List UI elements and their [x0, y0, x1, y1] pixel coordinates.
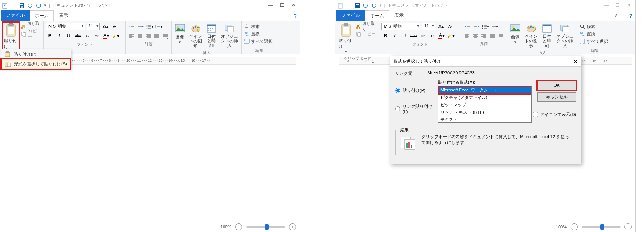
tab-view[interactable]: 表示 — [54, 10, 73, 21]
insert-paint-button[interactable]: ペイントの図形 — [188, 22, 203, 49]
insert-datetime-button[interactable]: 日付と時刻 — [206, 22, 217, 49]
zoom-out-button[interactable]: − — [571, 223, 578, 230]
italic-icon[interactable]: I — [391, 32, 399, 40]
selectall-button[interactable]: すべて選択 — [244, 38, 273, 45]
bold-icon[interactable]: B — [46, 32, 54, 40]
subscript-icon[interactable]: x2 — [419, 32, 427, 40]
find-button[interactable]: 検索 — [244, 23, 273, 30]
font-name-select[interactable]: ＭＳ 明朝 — [381, 23, 420, 30]
format-option[interactable]: テキスト — [438, 116, 531, 123]
redo-icon[interactable] — [371, 3, 377, 8]
font-name-select[interactable]: ＭＳ 明朝 — [46, 23, 85, 30]
undo-icon[interactable] — [362, 3, 369, 8]
indent-icon[interactable] — [472, 23, 480, 30]
align-right-icon[interactable] — [480, 32, 488, 40]
highlight-icon[interactable]: ▾ — [447, 32, 455, 40]
help-icon[interactable]: ? — [293, 13, 297, 19]
zoom-in-button[interactable]: + — [289, 223, 296, 230]
bullets-icon[interactable]: ▾ — [146, 23, 154, 30]
maximize-icon[interactable]: ☐ — [616, 2, 620, 8]
bullets-icon[interactable]: ▾ — [481, 23, 489, 30]
zoom-out-button[interactable]: − — [235, 223, 242, 230]
grow-font-icon[interactable]: A▴ — [437, 23, 445, 30]
paragraph-dialog-icon[interactable] — [161, 32, 169, 40]
tab-file[interactable]: ファイル — [1, 10, 30, 21]
line-spacing-icon[interactable]: ▾ — [490, 23, 498, 30]
link-paste-radio[interactable]: リンク貼り付け(L) — [395, 104, 433, 114]
close-icon[interactable]: ✕ — [627, 2, 631, 8]
grow-font-icon[interactable]: A▴ — [101, 23, 109, 30]
menu-paste[interactable]: 貼り付け(P) — [1, 49, 71, 59]
format-option[interactable]: リッチ テキスト (RTF) — [438, 109, 531, 116]
bold-icon[interactable]: B — [381, 32, 389, 40]
copy-button[interactable]: コピー — [356, 30, 376, 37]
subscript-icon[interactable]: x2 — [83, 32, 91, 40]
tab-file[interactable]: ファイル — [336, 10, 365, 21]
ok-button[interactable]: OK — [537, 81, 576, 90]
maximize-icon[interactable]: ☐ — [280, 2, 284, 8]
align-center-icon[interactable] — [137, 32, 144, 40]
format-option[interactable]: ビットマップ — [438, 101, 531, 109]
qat-more-icon[interactable]: ▾ — [44, 3, 46, 8]
align-center-icon[interactable] — [472, 32, 479, 40]
align-justify-icon[interactable] — [489, 32, 496, 40]
line-spacing-icon[interactable]: ▾ — [155, 23, 163, 30]
display-as-icon-checkbox[interactable]: アイコンで表示(D) — [533, 112, 576, 118]
redo-icon[interactable] — [35, 3, 42, 8]
underline-icon[interactable]: U — [65, 32, 73, 40]
strike-icon[interactable]: abc — [410, 32, 417, 40]
font-color-icon[interactable]: A▾ — [438, 32, 445, 40]
shrink-font-icon[interactable]: A▾ — [111, 23, 119, 30]
outdent-icon[interactable] — [463, 23, 471, 30]
format-option[interactable]: ピクチャ (メタファイル) — [438, 94, 531, 101]
menu-paste-special[interactable]: 形式を選択して貼り付け(S) — [1, 59, 71, 69]
replace-button[interactable]: abac置換 — [244, 30, 273, 37]
highlight-icon[interactable]: ▾ — [112, 32, 119, 40]
align-left-icon[interactable] — [463, 32, 471, 40]
paste-radio[interactable]: 貼り付け(P) — [395, 88, 433, 93]
insert-object-button[interactable]: オブジェクトの挿入 — [220, 22, 239, 49]
tab-home[interactable]: ホーム — [30, 10, 54, 21]
qat-more-icon[interactable]: ▾ — [380, 3, 382, 8]
close-icon[interactable]: ✕ — [291, 2, 295, 8]
outdent-icon[interactable] — [128, 23, 136, 30]
indent-icon[interactable] — [137, 23, 145, 30]
tab-home[interactable]: ホーム — [365, 10, 389, 21]
align-left-icon[interactable] — [128, 32, 135, 40]
undo-icon[interactable] — [27, 3, 33, 8]
collapse-ribbon-icon[interactable]: ᐱ — [615, 13, 618, 18]
font-size-select[interactable]: 11 — [422, 23, 435, 30]
font-color-icon[interactable]: A▾ — [102, 32, 110, 40]
align-justify-icon[interactable] — [153, 32, 161, 40]
superscript-icon[interactable]: x2 — [428, 32, 436, 40]
align-right-icon[interactable] — [145, 32, 152, 40]
cut-button[interactable]: 切り取り — [356, 23, 376, 30]
copy-button[interactable]: コピー — [21, 30, 41, 37]
document-area[interactable] — [4, 65, 296, 209]
zoom-slider[interactable] — [246, 226, 285, 228]
insert-object-button[interactable]: オブジェクトの挿入 — [555, 22, 575, 49]
superscript-icon[interactable]: x2 — [93, 32, 101, 40]
insert-image-button[interactable]: 画像▼ — [509, 22, 521, 45]
insert-image-button[interactable]: 画像▼ — [174, 22, 186, 45]
save-icon[interactable] — [19, 3, 25, 8]
font-size-select[interactable]: 11 — [87, 23, 100, 30]
paste-button[interactable]: 貼り付け ▼ — [338, 22, 354, 54]
selectall-button[interactable]: すべて選択 — [580, 38, 608, 45]
paragraph-dialog-icon[interactable] — [497, 32, 504, 40]
italic-icon[interactable]: I — [55, 32, 63, 40]
help-icon[interactable]: ? — [629, 13, 632, 19]
replace-button[interactable]: abac置換 — [580, 30, 608, 37]
minimize-icon[interactable]: — — [268, 2, 273, 8]
shrink-font-icon[interactable]: A▾ — [446, 23, 454, 30]
insert-paint-button[interactable]: ペイントの図形 — [523, 22, 539, 49]
cancel-button[interactable]: キャンセル — [537, 92, 576, 102]
zoom-in-button[interactable]: + — [624, 223, 632, 230]
tab-view[interactable]: 表示 — [389, 10, 409, 21]
strike-icon[interactable]: abc — [74, 32, 82, 40]
find-button[interactable]: 検索 — [580, 23, 608, 30]
zoom-slider[interactable] — [582, 226, 621, 228]
format-listbox[interactable]: Microsoft Excel ワークシート ピクチャ (メタファイル) ビット… — [438, 86, 532, 123]
insert-datetime-button[interactable]: 日付と時刻 — [541, 22, 553, 49]
dialog-close-icon[interactable]: ✕ — [573, 58, 578, 65]
